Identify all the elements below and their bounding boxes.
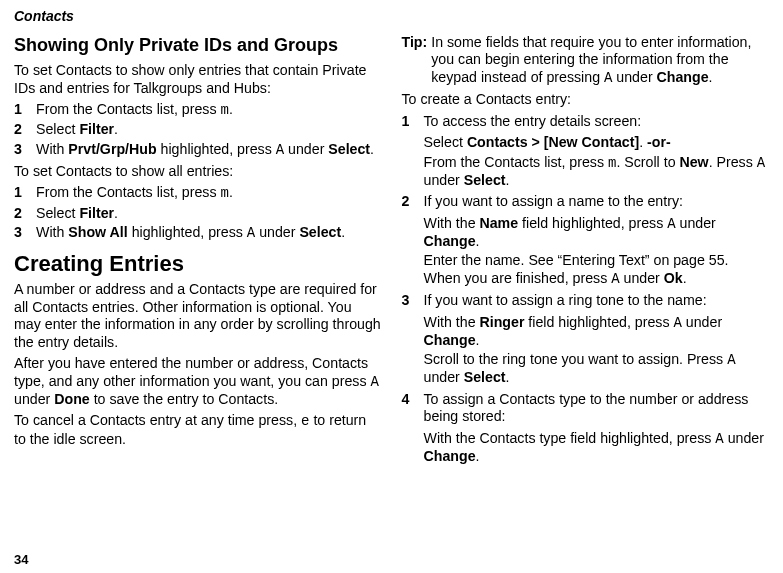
- text: .: [683, 270, 687, 286]
- text: to save the entry to Contacts.: [90, 391, 278, 407]
- key-icon: A: [370, 374, 378, 390]
- steps-list: If you want to assign a name to the entr…: [402, 193, 770, 210]
- bold-label: Select: [328, 141, 370, 157]
- bold-label: New: [679, 154, 708, 170]
- tip-body: In some fields that require you to enter…: [431, 34, 769, 87]
- text: With the: [424, 215, 480, 231]
- text: under: [676, 215, 716, 231]
- text: under: [284, 141, 328, 157]
- text: highlighted, press: [157, 141, 276, 157]
- sub-paragraph: From the Contacts list, press m. Scroll …: [402, 154, 770, 190]
- text: Scroll to the ring tone you want to assi…: [424, 351, 728, 367]
- running-header: Contacts: [14, 8, 769, 24]
- text: .: [229, 184, 233, 200]
- left-column: Showing Only Private IDs and Groups To s…: [14, 34, 382, 468]
- text: .: [639, 134, 647, 150]
- sub-paragraph: With the Contacts type field highlighted…: [402, 430, 770, 466]
- text: .: [114, 121, 118, 137]
- paragraph: After you have entered the number or add…: [14, 355, 382, 408]
- heading-private-ids: Showing Only Private IDs and Groups: [14, 34, 382, 56]
- key-icon: A: [276, 142, 284, 158]
- paragraph: To set Contacts to show only entries tha…: [14, 62, 382, 97]
- text: highlighted, press: [128, 224, 247, 240]
- bold-label: Select: [464, 172, 506, 188]
- text: .: [709, 69, 713, 85]
- key-icon: A: [667, 216, 675, 232]
- key-icon: A: [715, 431, 723, 447]
- key-icon: A: [673, 315, 681, 331]
- paragraph: To cancel a Contacts entry at any time p…: [14, 412, 382, 448]
- text: under: [612, 69, 656, 85]
- bold-label: Change: [424, 332, 476, 348]
- text: Select: [424, 134, 467, 150]
- text: under: [724, 430, 764, 446]
- key-icon: A: [757, 155, 765, 171]
- bold-label: Show All: [68, 224, 127, 240]
- bold-label: -or-: [647, 134, 671, 150]
- sub-paragraph: Enter the name. See “Entering Text” on p…: [402, 252, 770, 288]
- step-item: With Prvt/Grp/Hub highlighted, press A u…: [14, 141, 382, 159]
- text: .: [476, 448, 480, 464]
- text: .: [229, 101, 233, 117]
- step-item: Select Filter.: [14, 205, 382, 222]
- columns: Showing Only Private IDs and Groups To s…: [14, 34, 769, 468]
- text: .: [506, 172, 510, 188]
- text: After you have entered the number or add…: [14, 355, 370, 388]
- text: under: [424, 172, 464, 188]
- text: field highlighted, press: [518, 215, 667, 231]
- step-item: With Show All highlighted, press A under…: [14, 224, 382, 242]
- sub-paragraph: Select Contacts > [New Contact]. -or-: [402, 134, 770, 151]
- key-icon: m: [221, 185, 229, 201]
- text: To assign a Contacts type to the number …: [424, 391, 749, 424]
- steps-list: To assign a Contacts type to the number …: [402, 391, 770, 426]
- bold-label: Ok: [664, 270, 683, 286]
- paragraph: To create a Contacts entry:: [402, 91, 770, 108]
- bold-label: Select: [299, 224, 341, 240]
- heading-creating-entries: Creating Entries: [14, 250, 382, 277]
- step-item: From the Contacts list, press m.: [14, 101, 382, 119]
- text: .: [114, 205, 118, 221]
- step-item: If you want to assign a ring tone to the…: [402, 292, 770, 309]
- sub-paragraph: With the Ringer field highlighted, press…: [402, 314, 770, 350]
- steps-list: From the Contacts list, press m. Select …: [14, 101, 382, 159]
- bold-label: Change: [424, 448, 476, 464]
- page-number: 34: [14, 552, 28, 567]
- text: .: [476, 233, 480, 249]
- bold-label: Change: [424, 233, 476, 249]
- step-item: To assign a Contacts type to the number …: [402, 391, 770, 426]
- text: .: [341, 224, 345, 240]
- text: With: [36, 224, 68, 240]
- text: .: [370, 141, 374, 157]
- text: To access the entry details screen:: [424, 113, 642, 129]
- text: . Scroll to: [616, 154, 679, 170]
- text: under: [682, 314, 722, 330]
- text: Select: [36, 121, 79, 137]
- tip-label: Tip:: [402, 34, 432, 87]
- text: With: [36, 141, 68, 157]
- text: field highlighted, press: [524, 314, 673, 330]
- text: From the Contacts list, press: [424, 154, 609, 170]
- key-icon: A: [611, 271, 619, 287]
- steps-list: To access the entry details screen:: [402, 113, 770, 130]
- bold-label: Filter: [79, 121, 114, 137]
- bold-label: Prvt/Grp/Hub: [68, 141, 156, 157]
- page: Contacts Showing Only Private IDs and Gr…: [0, 0, 783, 573]
- text: If you want to assign a ring tone to the…: [424, 292, 707, 308]
- text: .: [506, 369, 510, 385]
- text: With the Contacts type field highlighted…: [424, 430, 716, 446]
- bold-label: Contacts > [New Contact]: [467, 134, 639, 150]
- text: .: [476, 332, 480, 348]
- text: From the Contacts list, press: [36, 184, 221, 200]
- bold-label: Done: [54, 391, 89, 407]
- step-item: From the Contacts list, press m.: [14, 184, 382, 202]
- bold-label: Name: [479, 215, 518, 231]
- text: From the Contacts list, press: [36, 101, 221, 117]
- text: under: [620, 270, 664, 286]
- key-icon: A: [727, 352, 735, 368]
- bold-label: Change: [657, 69, 709, 85]
- text: under: [14, 391, 54, 407]
- text: If you want to assign a name to the entr…: [424, 193, 683, 209]
- paragraph: To set Contacts to show all entries:: [14, 163, 382, 180]
- sub-paragraph: Scroll to the ring tone you want to assi…: [402, 351, 770, 387]
- text: Select: [36, 205, 79, 221]
